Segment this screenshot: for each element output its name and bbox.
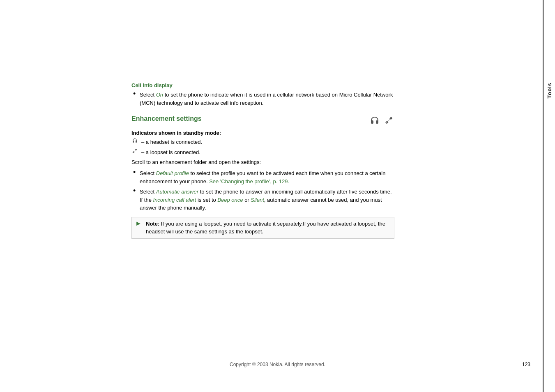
cell-info-title: Cell info display	[131, 82, 394, 88]
right-border-line	[543, 0, 543, 392]
bullet1-text: Select Default profile to select the pro…	[140, 169, 394, 185]
page-container: Tools Cell info display • Select On to s…	[0, 0, 555, 392]
incoming-call-alert-text: Incoming call alert	[153, 197, 196, 203]
headset-indicator-icon	[131, 138, 140, 147]
page-number: 123	[522, 362, 530, 367]
bullet-point: •	[133, 90, 140, 97]
cell-info-section: Cell info display • Select On to set the…	[131, 82, 394, 107]
enhancement-title-wrap: Enhancement settings	[131, 115, 202, 122]
default-profile-link: Default profile	[156, 170, 189, 176]
enhancement-bullet1: • Select Default profile to select the p…	[131, 169, 394, 185]
indicator2-text: – a loopset is connected.	[141, 148, 200, 157]
bullet-point-1: •	[133, 168, 140, 176]
side-tab: Tools	[543, 74, 555, 107]
note-box: ► Note: If you are using a loopset, you …	[131, 217, 394, 239]
note-arrow-icon: ►	[135, 220, 143, 227]
headset-icon	[369, 115, 380, 127]
loopset-icon	[383, 115, 394, 127]
scroll-text: Scroll to an enhancement folder and open…	[131, 159, 394, 165]
side-tab-label: Tools	[546, 83, 553, 99]
note-text: Note: If you are using a loopset, you ne…	[146, 220, 391, 236]
beep-once-text: Beep once	[217, 197, 243, 203]
note-bold-label: Note:	[146, 221, 159, 227]
copyright-text: Copyright © 2003 Nokia. All rights reser…	[230, 362, 325, 367]
enhancement-section: Enhancement settings Indicators shown in…	[131, 115, 394, 239]
indicator-headset-line: – a headset is connected.	[131, 138, 394, 147]
bullet2-text: Select Automatic answer to set the phone…	[140, 188, 394, 212]
automatic-answer-link: Automatic answer	[156, 189, 198, 195]
loopset-indicator-icon	[131, 148, 140, 157]
cell-info-on: On	[156, 92, 163, 98]
footer: Copyright © 2003 Nokia. All rights reser…	[0, 362, 555, 367]
enhancement-bullet2: • Select Automatic answer to set the pho…	[131, 188, 394, 212]
indicator1-text: – a headset is connected.	[141, 138, 202, 146]
see-changing-link: See 'Changing the profile', p. 129.	[209, 178, 289, 184]
bullet-point-2: •	[133, 187, 140, 194]
indicator-loopset-line: – a loopset is connected.	[131, 148, 394, 157]
main-content: Cell info display • Select On to set the…	[131, 82, 394, 239]
silent-text: Silent	[251, 197, 264, 203]
note-body: If you are using a loopset, you need to …	[146, 221, 385, 235]
header-icons	[369, 115, 394, 127]
enhancement-title: Enhancement settings	[131, 115, 202, 122]
cell-info-text: Select On to set the phone to indicate w…	[140, 91, 394, 107]
enhancement-header: Enhancement settings	[131, 115, 394, 127]
cell-info-bullet: • Select On to set the phone to indicate…	[131, 91, 394, 107]
indicators-heading: Indicators shown in standby mode:	[131, 130, 394, 136]
